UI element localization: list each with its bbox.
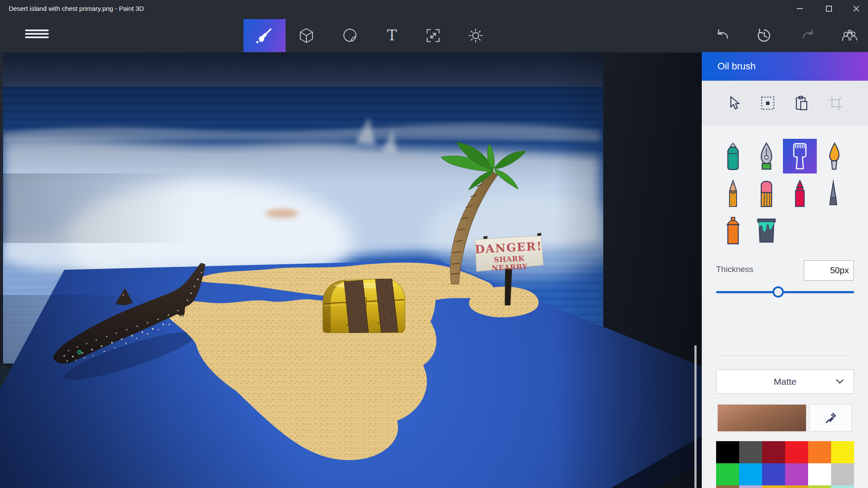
brush-spray-can[interactable] — [716, 213, 750, 248]
select-tool-button[interactable] — [727, 96, 742, 111]
palette-swatch[interactable] — [785, 463, 808, 485]
edit-tools-band — [702, 81, 868, 126]
history-icon — [756, 27, 773, 44]
history-button[interactable] — [754, 25, 775, 46]
crop-button[interactable] — [828, 96, 843, 111]
thickness-slider-thumb[interactable] — [773, 286, 784, 298]
brush-calligraphy-pen[interactable] — [750, 139, 783, 174]
marker-icon — [724, 142, 742, 170]
svg-text:T: T — [387, 27, 397, 44]
sun-icon — [467, 27, 484, 44]
eyedropper-button[interactable] — [809, 404, 852, 432]
people-icon — [841, 28, 858, 43]
palette-swatch[interactable] — [716, 485, 739, 488]
color-palette — [716, 441, 854, 488]
toolbar: T — [0, 17, 868, 52]
palette-swatch[interactable] — [808, 441, 831, 463]
treasure-chest[interactable] — [323, 279, 405, 333]
canvas-scrollbar[interactable] — [694, 345, 697, 488]
undo-icon — [713, 28, 730, 43]
eyedropper-icon — [824, 412, 837, 425]
divider — [717, 355, 852, 356]
redo-button[interactable] — [799, 25, 819, 46]
palette-swatch[interactable] — [785, 441, 808, 463]
oil-brush-icon — [789, 142, 810, 170]
canvas-3d-viewport[interactable]: DANGER! SHARK NEARBY — [0, 52, 702, 488]
clipboard-icon — [794, 95, 809, 111]
sticker-icon — [342, 28, 358, 43]
watercolor-icon — [825, 142, 842, 170]
window-title: Desert island with chest primary.png - P… — [9, 0, 144, 17]
select-region-button[interactable] — [760, 96, 775, 111]
current-color-swatch[interactable] — [717, 404, 806, 432]
thickness-slider[interactable] — [716, 286, 854, 298]
palette-swatch[interactable] — [831, 441, 854, 463]
palette-swatch[interactable] — [762, 485, 785, 488]
spray-can-icon — [723, 216, 743, 245]
finish-dropdown-value: Matte — [717, 370, 854, 393]
sign-board — [475, 236, 543, 272]
brush-pencil[interactable] — [716, 176, 750, 211]
brush-eraser[interactable] — [750, 176, 783, 211]
thickness-input[interactable] — [804, 260, 854, 281]
titlebar: Desert island with chest primary.png - P… — [0, 0, 868, 17]
paste-button[interactable] — [794, 96, 809, 111]
eraser-icon — [758, 180, 775, 207]
tab-3d-shapes[interactable] — [296, 25, 317, 46]
palette-swatch[interactable] — [762, 441, 785, 463]
palette-swatch[interactable] — [808, 485, 831, 488]
thickness-label: Thickness — [716, 265, 753, 274]
selection-rect-icon — [760, 96, 775, 111]
brush-crayon[interactable] — [783, 176, 817, 211]
tab-stickers[interactable] — [340, 25, 361, 46]
palette-swatch[interactable] — [739, 485, 762, 488]
pencil-icon — [724, 180, 742, 207]
scene-svg — [0, 52, 702, 488]
redo-icon — [801, 28, 817, 43]
palette-swatch[interactable] — [762, 463, 785, 485]
finish-dropdown[interactable]: Matte — [716, 370, 854, 394]
crayon-icon — [791, 180, 809, 207]
brush-icon — [253, 24, 276, 47]
collaborate-button[interactable] — [839, 25, 860, 46]
side-panel: Oil brush — [702, 52, 868, 488]
palette-swatch[interactable] — [831, 485, 854, 488]
calligraphy-pen-icon — [758, 142, 775, 170]
expand-icon — [425, 28, 441, 43]
palette-swatch[interactable] — [739, 463, 762, 485]
close-button[interactable] — [845, 0, 868, 17]
cube-icon — [299, 28, 314, 43]
slider-track[interactable] — [716, 291, 854, 293]
cursor-icon — [728, 96, 741, 111]
crop-icon — [828, 96, 843, 111]
palette-swatch[interactable] — [716, 441, 739, 463]
tab-text[interactable]: T — [381, 25, 402, 46]
brush-marker[interactable] — [716, 139, 750, 174]
brush-watercolor[interactable] — [816, 139, 850, 174]
maximize-icon — [825, 5, 832, 12]
tab-brushes[interactable] — [243, 19, 286, 52]
tab-canvas[interactable] — [423, 25, 444, 46]
fill-bucket-icon — [755, 217, 778, 244]
palette-swatch[interactable] — [785, 485, 808, 488]
undo-button[interactable] — [711, 25, 732, 46]
maximize-button[interactable] — [815, 0, 843, 17]
brush-oil-brush[interactable] — [783, 139, 817, 174]
close-icon — [853, 5, 860, 12]
minimize-button[interactable] — [786, 0, 814, 17]
brush-fill[interactable] — [750, 213, 783, 248]
palette-swatch[interactable] — [831, 463, 854, 485]
minimize-icon — [796, 5, 803, 12]
palette-swatch[interactable] — [716, 463, 739, 485]
tab-effects[interactable] — [465, 25, 486, 46]
text-icon: T — [384, 27, 400, 44]
palette-swatch[interactable] — [808, 463, 831, 485]
chevron-down-icon — [835, 379, 844, 384]
menu-button[interactable] — [25, 29, 49, 40]
panel-header: Oil brush — [702, 52, 868, 81]
pixel-pen-icon — [825, 180, 842, 207]
brush-pixel-pen[interactable] — [816, 176, 850, 211]
palette-swatch[interactable] — [739, 441, 762, 463]
panel-title: Oil brush — [717, 52, 756, 81]
